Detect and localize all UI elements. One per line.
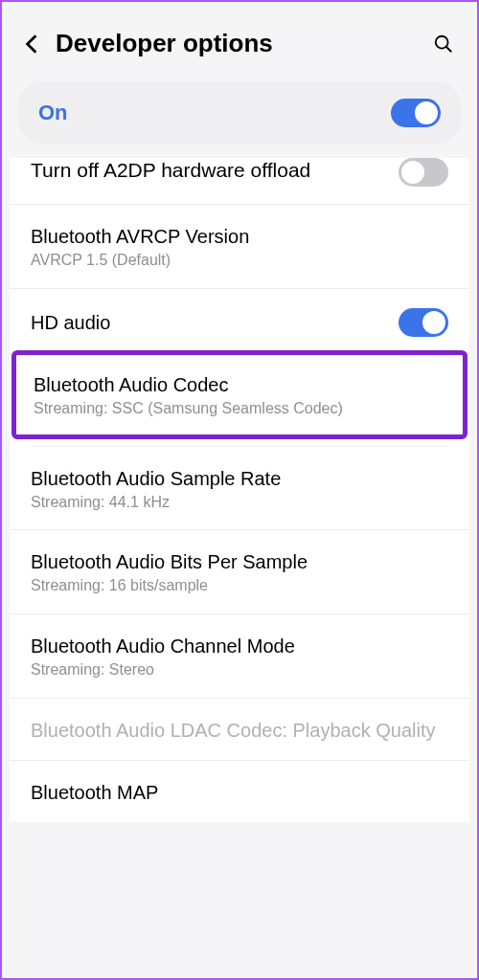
- hd-audio-toggle-switch[interactable]: [399, 308, 448, 337]
- row-title: Bluetooth Audio Sample Rate: [31, 466, 448, 491]
- row-channel-mode[interactable]: Bluetooth Audio Channel Mode Streaming: …: [10, 614, 469, 699]
- master-toggle-row[interactable]: On: [17, 81, 462, 145]
- svg-point-0: [436, 35, 448, 48]
- row-subtitle: AVRCP 1.5 (Default): [31, 251, 448, 271]
- row-hd-audio[interactable]: HD audio: [10, 289, 469, 355]
- row-title: Bluetooth Audio Channel Mode: [31, 634, 448, 658]
- highlight-box: Bluetooth Audio Codec Streaming: SSC (Sa…: [11, 350, 468, 439]
- row-subtitle: Streaming: 16 bits/sample: [31, 576, 448, 596]
- row-subtitle: Streaming: SSC (Samsung Seamless Codec): [34, 399, 445, 419]
- row-a2dp-offload[interactable]: Turn off A2DP hardware offload: [10, 158, 469, 205]
- row-bluetooth-map[interactable]: Bluetooth MAP: [10, 761, 469, 822]
- row-title: HD audio: [31, 310, 387, 335]
- master-toggle-switch[interactable]: [391, 99, 441, 127]
- a2dp-toggle-switch[interactable]: [399, 158, 448, 187]
- row-bluetooth-audio-codec[interactable]: Bluetooth Audio Codec Streaming: SSC (Sa…: [16, 355, 463, 434]
- row-ldac-codec: Bluetooth Audio LDAC Codec: Playback Qua…: [10, 699, 469, 761]
- row-title: Bluetooth Audio Codec: [34, 372, 445, 397]
- master-toggle-label: On: [38, 100, 68, 125]
- svg-line-1: [446, 46, 452, 52]
- row-subtitle: Streaming: Stereo: [31, 660, 448, 680]
- row-title: Bluetooth MAP: [31, 780, 448, 805]
- row-title: Bluetooth Audio LDAC Codec: Playback Qua…: [31, 718, 448, 743]
- search-icon[interactable]: [433, 33, 454, 55]
- settings-list: Turn off A2DP hardware offload Bluetooth…: [10, 158, 469, 822]
- row-title: Turn off A2DP hardware offload: [31, 157, 387, 183]
- row-title: Bluetooth AVRCP Version: [31, 224, 448, 249]
- row-sample-rate[interactable]: Bluetooth Audio Sample Rate Streaming: 4…: [10, 447, 469, 531]
- row-bits-per-sample[interactable]: Bluetooth Audio Bits Per Sample Streamin…: [10, 530, 469, 614]
- back-icon[interactable]: [25, 33, 38, 55]
- page-title: Developer options: [56, 29, 416, 58]
- row-subtitle: Streaming: 44.1 kHz: [31, 493, 448, 513]
- row-title: Bluetooth Audio Bits Per Sample: [31, 549, 448, 574]
- row-avrcp-version[interactable]: Bluetooth AVRCP Version AVRCP 1.5 (Defau…: [10, 205, 469, 289]
